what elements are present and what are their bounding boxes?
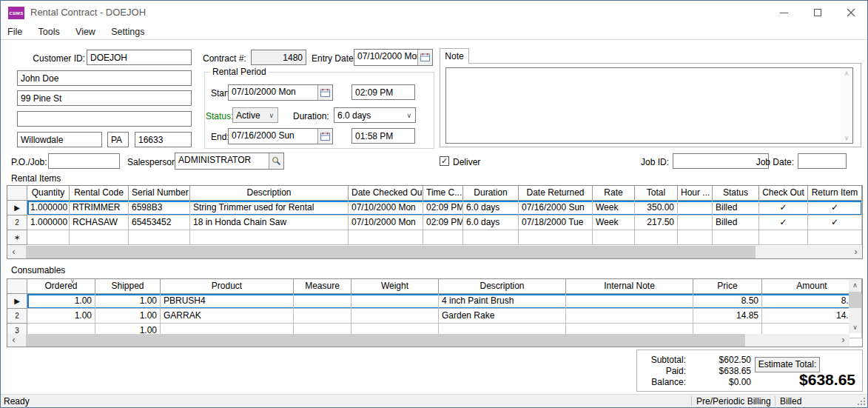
grid-cell[interactable] <box>759 230 808 245</box>
column-header-product[interactable]: Product <box>161 279 294 294</box>
grid-cell[interactable]: 1.000000 <box>27 215 70 230</box>
resize-grip-icon[interactable] <box>858 398 865 405</box>
column-header-duration[interactable]: Duration <box>463 186 519 201</box>
menu-file[interactable]: File <box>1 24 29 40</box>
column-header-description[interactable]: Description <box>190 186 349 201</box>
grid-cell[interactable]: ✓ <box>759 201 808 215</box>
scroll-right-icon[interactable]: › <box>850 246 862 258</box>
grid-cell[interactable] <box>808 230 862 245</box>
entry-date-calendar-button[interactable] <box>417 50 432 65</box>
menu-settings[interactable]: Settings <box>104 24 151 40</box>
scrollbar-track[interactable] <box>20 246 850 258</box>
grid-cell[interactable]: Week <box>593 215 635 230</box>
scrollbar-thumb[interactable] <box>26 246 756 258</box>
customer-state-field[interactable] <box>107 132 129 147</box>
grid-cell[interactable]: 07/16/2000 Sun <box>519 201 593 215</box>
grid-cell[interactable] <box>635 230 678 245</box>
customer-zip-field[interactable] <box>135 132 192 147</box>
menu-view[interactable]: View <box>69 24 102 40</box>
job-date-field[interactable] <box>798 153 847 169</box>
grid-cell[interactable]: 6.0 days <box>463 215 519 230</box>
note-textarea[interactable] <box>446 68 840 143</box>
scroll-left-icon[interactable]: ‹ <box>7 246 20 258</box>
salesperson-field[interactable]: ADMINISTRATOR <box>175 153 284 170</box>
scrollbar-track[interactable] <box>20 334 837 347</box>
minimize-button[interactable] <box>767 1 801 24</box>
end-date-calendar-button[interactable] <box>317 129 332 144</box>
row-selector[interactable]: ∗ <box>7 230 27 245</box>
title-bar[interactable]: CBMS Rental Contract - DOEJOH <box>1 1 867 24</box>
customer-city-field[interactable] <box>17 132 102 147</box>
grid-cell[interactable] <box>294 294 351 309</box>
column-header-shipped[interactable]: Shipped <box>95 279 161 294</box>
grid-cell[interactable] <box>129 230 190 245</box>
grid-cell[interactable] <box>566 294 693 309</box>
table-row[interactable]: ∗ <box>7 230 862 245</box>
grid-cell[interactable]: GARRAK <box>161 309 294 324</box>
row-selector[interactable]: 2 <box>7 215 27 230</box>
column-header-total[interactable]: Total <box>635 186 678 201</box>
grid-cell[interactable]: ✓ <box>808 201 862 215</box>
entry-date-field[interactable]: 07/10/2000 Mon <box>354 49 433 66</box>
grid-cell[interactable]: ✓ <box>759 215 808 230</box>
estimate-total-button[interactable]: Estimate Total: <box>755 357 820 372</box>
grid-cell[interactable]: 350.00 <box>635 201 678 215</box>
grid-cell[interactable]: 1.00 <box>95 309 161 324</box>
grid-cell[interactable]: 8.50 <box>693 294 762 309</box>
grid-cell[interactable]: 1.00 <box>95 294 161 309</box>
grid-cell[interactable] <box>349 230 423 245</box>
customer-name-field[interactable] <box>17 70 192 86</box>
end-time-field[interactable] <box>351 128 415 144</box>
po-job-field[interactable] <box>48 153 120 169</box>
grid-cell[interactable]: 02:09 PM <box>423 201 463 215</box>
tab-note[interactable]: Note <box>440 48 469 64</box>
status-combo[interactable]: Active ∨ <box>232 107 278 123</box>
rental-items-hscrollbar[interactable]: ‹ › <box>7 246 862 258</box>
grid-corner[interactable] <box>7 279 27 294</box>
grid-cell[interactable] <box>463 230 519 245</box>
column-header-internal-note[interactable]: Internal Note <box>566 279 693 294</box>
grid-cell[interactable]: Week <box>593 201 635 215</box>
scroll-left-icon[interactable]: ‹ <box>7 334 20 347</box>
table-row[interactable]: ▶1.000000RTRIMMER6598B3String Trimmer us… <box>7 201 862 215</box>
grid-cell[interactable] <box>294 309 351 324</box>
customer-address-field[interactable] <box>17 90 192 106</box>
grid-cell[interactable]: PBRUSH4 <box>161 294 294 309</box>
column-header-hour[interactable]: Hour ... <box>678 186 713 201</box>
row-selector[interactable]: 2 <box>7 309 27 324</box>
grid-cell[interactable]: RTRIMMER <box>70 201 129 215</box>
duration-combo[interactable]: 6.0 days ∨ <box>334 107 416 123</box>
grid-corner[interactable] <box>7 186 27 201</box>
scrollbar-thumb[interactable] <box>849 292 861 308</box>
grid-cell[interactable]: 1.000000 <box>27 201 70 215</box>
column-header-serial-number[interactable]: Serial Number <box>129 186 190 201</box>
grid-cell[interactable] <box>678 201 713 215</box>
column-header-date-checked-out[interactable]: Date Checked Out <box>349 186 423 201</box>
row-selector[interactable]: ▶ <box>7 201 27 215</box>
column-header-quantity[interactable]: Quantity <box>27 186 70 201</box>
grid-cell[interactable] <box>351 309 439 324</box>
scroll-down-icon[interactable]: ∨ <box>841 133 852 143</box>
grid-cell[interactable]: 217.50 <box>635 215 678 230</box>
grid-cell[interactable]: 14.85 <box>693 309 762 324</box>
grid-cell[interactable]: 02:09 PM <box>423 215 463 230</box>
grid-cell[interactable] <box>519 230 593 245</box>
column-header-return-item[interactable]: Return Item <box>808 186 862 201</box>
column-header-rental-code[interactable]: Rental Code <box>70 186 129 201</box>
column-header-rate[interactable]: Rate <box>593 186 635 201</box>
column-header-amount[interactable]: Amount <box>762 279 862 294</box>
column-header-ordered[interactable]: Ordered <box>27 279 95 294</box>
grid-cell[interactable]: Billed <box>713 215 759 230</box>
grid-cell[interactable] <box>713 230 759 245</box>
scroll-down-icon[interactable]: ∨ <box>849 322 861 333</box>
grid-cell[interactable]: 4 inch Paint Brush <box>439 294 566 309</box>
grid-cell[interactable]: 07/18/2000 Tue <box>519 215 593 230</box>
start-date-calendar-button[interactable] <box>317 85 332 100</box>
grid-cell[interactable]: Billed <box>713 201 759 215</box>
grid-cell[interactable]: 65453452 <box>129 215 190 230</box>
start-date-field[interactable]: 07/10/2000 Mon <box>228 84 333 101</box>
grid-cell[interactable] <box>566 309 693 324</box>
column-header-description[interactable]: Description <box>439 279 566 294</box>
grid-cell[interactable] <box>678 215 713 230</box>
grid-cell[interactable] <box>593 230 635 245</box>
